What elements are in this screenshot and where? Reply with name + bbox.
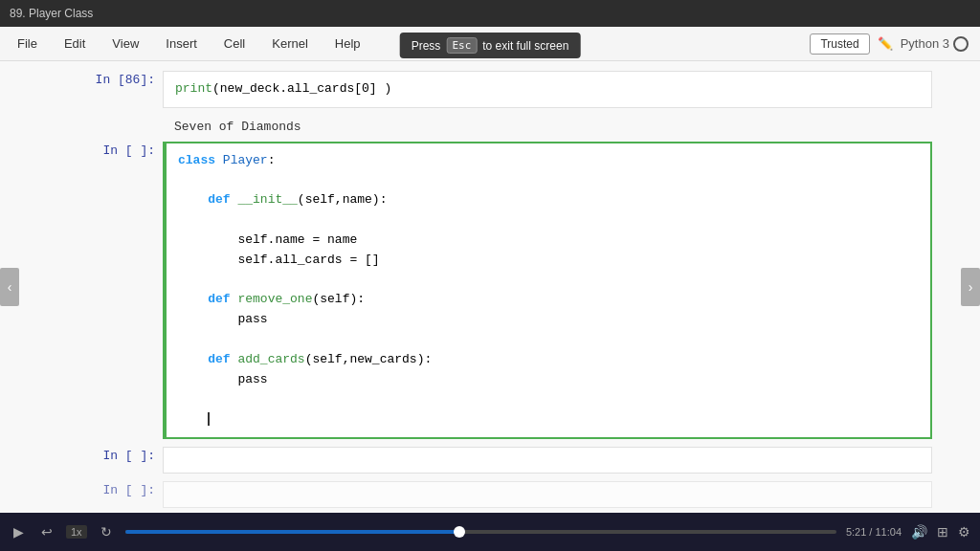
cell-86-content[interactable]: print(new_deck.all_cards[0] ) [163, 71, 932, 108]
time-display: 5:21 / 11:04 [846, 526, 902, 538]
progress-bar-fill [125, 530, 459, 534]
cell-partial-1-prompt: In [ ]: [48, 481, 163, 497]
menu-help[interactable]: Help [329, 33, 367, 55]
main-content: ‹ › In [86]: print(new_deck.all_cards[0]… [0, 61, 980, 513]
esc-tooltip: Press Esc to exit full screen [400, 33, 581, 58]
pencil-icon[interactable]: ✏️ [878, 36, 893, 51]
title-bar: 89. Player Class [0, 0, 980, 27]
menu-bar: File Edit View Insert Cell Kernel Help P… [0, 27, 980, 61]
menu-cell[interactable]: Cell [218, 33, 251, 55]
menu-insert[interactable]: Insert [160, 33, 203, 55]
python-indicator: Python 3 [901, 36, 969, 52]
cell-86-output: Seven of Diamonds [163, 116, 932, 142]
rewind-button[interactable]: ↩ [37, 522, 56, 541]
cell-player-class: In [ ]: class Player: def __init__(self,… [48, 142, 932, 439]
replay-button[interactable]: ↻ [97, 522, 116, 541]
progress-handle[interactable] [454, 526, 465, 538]
menu-right: Trusted ✏️ Python 3 [810, 33, 969, 55]
menu-view[interactable]: View [106, 33, 145, 55]
progress-bar-container[interactable] [125, 530, 836, 534]
bottom-toolbar: ▶ ↩ 1x ↻ 5:21 / 11:04 🔊 ⊞ ⚙ [0, 513, 980, 551]
cell-86: In [86]: print(new_deck.all_cards[0] ) [48, 71, 932, 108]
trusted-button[interactable]: Trusted [810, 33, 869, 55]
speed-badge[interactable]: 1x [66, 525, 87, 539]
esc-key: Esc [446, 37, 477, 54]
menu-items: File Edit View Insert Cell Kernel Help [11, 33, 367, 55]
output-text: Seven of Diamonds [174, 120, 301, 134]
nav-left-arrow[interactable]: ‹ [0, 268, 19, 306]
cell-empty-1-content[interactable] [163, 447, 932, 474]
settings-icon[interactable]: ⚙ [958, 524, 970, 540]
cell-empty-1: In [ ]: [48, 447, 932, 474]
menu-kernel[interactable]: Kernel [266, 33, 314, 55]
cell-partial-1: In [ ]: [48, 481, 932, 508]
menu-file[interactable]: File [11, 33, 43, 55]
title-text: 89. Player Class [10, 7, 93, 20]
volume-icon[interactable]: 🔊 [911, 524, 927, 540]
tooltip-prefix: Press [412, 39, 441, 53]
kernel-status-icon [953, 36, 969, 52]
cell-active-prompt: In [ ]: [48, 142, 163, 158]
menu-edit[interactable]: Edit [58, 33, 91, 55]
play-button[interactable]: ▶ [10, 522, 28, 541]
python-label: Python 3 [901, 36, 949, 51]
cell-empty-1-prompt: In [ ]: [48, 447, 163, 463]
tooltip-suffix: to exit full screen [482, 39, 568, 53]
grid-icon[interactable]: ⊞ [937, 524, 948, 540]
cell-86-prompt: In [86]: [48, 71, 163, 87]
nav-right-arrow[interactable]: › [961, 268, 980, 306]
cell-partial-1-content[interactable] [163, 481, 932, 508]
cell-active-content[interactable]: class Player: def __init__(self,name): s… [163, 142, 932, 439]
